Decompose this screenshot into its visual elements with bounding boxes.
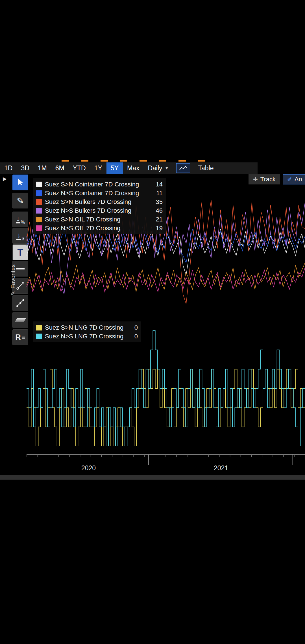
series-swatch [36, 208, 42, 214]
favorites-tab[interactable]: ✎Favorites [10, 264, 16, 295]
range-button-ytd[interactable]: YTD [69, 162, 90, 174]
series-name: Suez S>N Bulkers 7D Crossing [45, 198, 151, 206]
series-name: Suez N>S OIL 7D Crossing [45, 225, 151, 232]
series-name: Suez S>N LNG 7D Crossing [45, 324, 126, 331]
series-name: Suez N>S Bulkers 7D Crossing [45, 207, 151, 214]
caret-down-icon: ▼ [165, 166, 169, 170]
panel-divider [27, 316, 305, 316]
tab-indicator [198, 160, 205, 162]
series-swatch [36, 334, 42, 339]
sidebar-collapse-icon[interactable]: ▶ [3, 176, 7, 182]
series-value: 21 [151, 216, 163, 223]
tab-indicator [81, 160, 88, 162]
tab-indicator [178, 160, 186, 162]
series-swatch [36, 199, 42, 205]
legend-row[interactable]: Suez N>S Bulkers 7D Crossing 46 [36, 206, 163, 215]
horizontal-line-icon [16, 268, 25, 269]
tab-indicator [120, 160, 127, 162]
percent-change-tool[interactable]: ↓ % [12, 212, 28, 227]
frequency-dropdown[interactable]: Daily ▼ [143, 162, 173, 174]
pencil-icon: ✎ [17, 196, 24, 206]
tab-indicator [140, 160, 147, 162]
legend-row[interactable]: Suez N>S LNG 7D Crossing 0 [36, 332, 138, 341]
range-button-5y[interactable]: 5Y [106, 162, 123, 174]
legend-row[interactable]: Suez S>N Bulkers 7D Crossing 35 [36, 197, 163, 206]
x-axis-label-2020: 2020 [81, 464, 96, 472]
series-value: 46 [151, 207, 163, 214]
series-value: 14 [151, 181, 163, 188]
price-change-tool[interactable]: ↓ $ [12, 228, 28, 244]
eraser-tool[interactable] [12, 312, 28, 328]
series-swatch [36, 182, 42, 187]
down-arrow-bar-icon: ↓ [16, 232, 21, 240]
series-value: 11 [151, 190, 163, 197]
chart-type-button[interactable] [176, 163, 190, 173]
range-button-6m[interactable]: 6M [51, 162, 69, 174]
series-name: Suez N>S LNG 7D Crossing [45, 333, 126, 340]
lng-crossings-chart[interactable] [27, 325, 305, 446]
legend-lng-crossings: Suez S>N LNG 7D Crossing 0 Suez N>S LNG … [33, 321, 141, 342]
cursor-tool[interactable] [12, 175, 28, 190]
range-button-3d[interactable]: 3D [17, 162, 33, 174]
table-button[interactable]: Table [194, 162, 218, 174]
x-axis [27, 454, 305, 467]
trendline-icon [16, 281, 25, 290]
series-swatch [36, 190, 42, 196]
chart-toolbar: 1D 3D 1M 6M YTD 1Y 5Y Max Daily ▼ Table [0, 162, 258, 174]
legend-row[interactable]: Suez N>S OIL 7D Crossing 19 [36, 224, 163, 232]
tab-indicator [101, 160, 108, 162]
cursor-arrow-icon [17, 179, 24, 186]
series-swatch [36, 325, 42, 330]
eraser-icon [15, 318, 26, 322]
range-button-1m[interactable]: 1M [34, 162, 51, 174]
segment-line-icon [16, 299, 25, 308]
percent-label: % [21, 220, 25, 225]
legend-row[interactable]: Suez S>N Cointainer 7D Crossing 14 [36, 180, 163, 189]
legend-row[interactable]: Suez S>N LNG 7D Crossing 0 [36, 323, 138, 332]
chart-app-screen: 1D 3D 1M 6M YTD 1Y 5Y Max Daily ▼ Table … [0, 0, 305, 644]
series-swatch [36, 217, 42, 222]
tab-indicator [159, 160, 166, 162]
down-arrow-bar-icon: ↓ [16, 216, 21, 223]
series-swatch [36, 225, 42, 231]
text-tool-label: T [18, 247, 23, 258]
regression-lines-icon: ≡ [22, 334, 25, 341]
favorites-pencil-icon: ✎ [10, 291, 16, 295]
line-chart-icon [179, 165, 188, 171]
tab-indicator [62, 160, 69, 162]
chart-bottom-bar [0, 475, 305, 480]
legend-row[interactable]: Suez N>S Cointainer 7D Crossing 11 [36, 189, 163, 197]
draw-pencil-tool[interactable]: ✎ [12, 193, 28, 208]
series-value: 35 [151, 198, 163, 206]
range-button-1d[interactable]: 1D [0, 162, 17, 174]
x-axis-label-2021: 2021 [214, 464, 228, 472]
legend-row[interactable]: Suez S>N OIL 7D Crossing 21 [36, 215, 163, 224]
range-button-max[interactable]: Max [123, 162, 143, 174]
range-button-1y[interactable]: 1Y [90, 162, 106, 174]
series-name: Suez S>N Cointainer 7D Crossing [45, 181, 151, 188]
series-name: Suez S>N OIL 7D Crossing [45, 216, 151, 223]
regression-tool[interactable]: R ≡ [12, 329, 28, 345]
series-value: 0 [126, 324, 138, 331]
favorites-label: Favorites [10, 264, 16, 289]
regression-r-label: R [15, 333, 21, 342]
series-value: 0 [126, 333, 138, 340]
segment-line-tool[interactable] [12, 295, 28, 311]
series-name: Suez N>S Cointainer 7D Crossing [45, 190, 151, 197]
legend-vessel-crossings: Suez S>N Cointainer 7D Crossing 14 Suez … [33, 178, 166, 234]
series-value: 19 [151, 225, 163, 232]
dollar-label: $ [22, 236, 24, 241]
frequency-label: Daily [148, 164, 162, 172]
text-annotation-tool[interactable]: T [12, 244, 28, 260]
